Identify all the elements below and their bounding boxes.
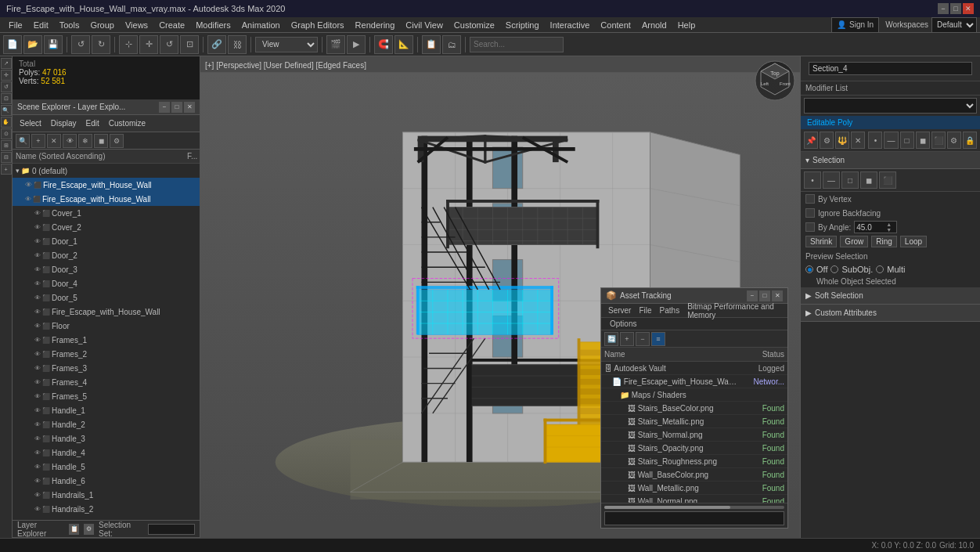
search-box[interactable] [470,37,564,52]
tree-item[interactable]: 👁⬛Floor [13,319,200,333]
tree-item-fire-escape-parent[interactable]: 👁 ⬛ Fire_Escape_with_House_Wall [13,178,200,192]
at-menu-bitmap[interactable]: Bitmap Performance and Memory [683,301,784,320]
menu-animation[interactable]: Animation [236,17,286,32]
mod-subobj-element[interactable]: ⬛ [931,132,946,149]
angle-input[interactable] [855,222,886,233]
at-row[interactable]: 🗄 Autodesk VaultLogged [601,362,787,375]
tree-item[interactable]: 👁⬛Door_1 [13,234,200,248]
toolbar-angle-snap[interactable]: 📐 [395,35,413,54]
preview-multi-radio[interactable] [876,265,884,273]
mod-make-unique[interactable]: 🔱 [835,132,849,149]
at-row[interactable]: 🖼 Stairs_Opacity.pngFound [601,442,787,455]
tree-item[interactable]: 👁⬛Door_5 [13,290,200,305]
by-vertex-checkbox[interactable] [805,194,815,204]
se-minimize[interactable]: − [159,102,170,113]
menu-help[interactable]: Help [672,17,701,32]
toolbar-scale[interactable]: ⊡ [180,35,199,54]
maximize-button[interactable]: □ [950,3,961,14]
mod-subobj-vertex[interactable]: • [868,132,882,149]
mod-locks[interactable]: 🔒 [963,132,977,149]
menu-file[interactable]: File [3,17,28,32]
se-close[interactable]: ✕ [184,102,195,113]
at-row[interactable]: 🖼 Stairs_Roughness.pngFound [601,455,787,468]
sel-element[interactable]: ⬛ [879,171,896,189]
at-search-input[interactable] [604,511,784,525]
at-row[interactable]: 🖼 Wall_Metallic.pngFound [601,482,787,495]
nav-cube[interactable]: Top Front Left [754,60,797,103]
grow-button[interactable]: Grow [840,236,868,247]
tree-item[interactable]: 👁⬛Door_2 [13,248,200,262]
toolbar-render[interactable]: 🎬 [326,35,345,54]
tree-item[interactable]: 👁⬛Frames_1 [13,333,200,347]
tree-item[interactable]: 👁⬛Handrails_2 [13,502,200,516]
sel-poly[interactable]: ◼ [860,171,877,189]
tree-item[interactable]: 👁⬛Fire_Escape_with_House_Wall [13,305,200,319]
tree-item[interactable]: 👁⬛Frames_2 [13,347,200,361]
menu-rendering[interactable]: Rendering [350,17,401,32]
angle-up[interactable]: ▲ [886,222,895,227]
toolbar-redo[interactable]: ↻ [92,35,110,54]
at-add[interactable]: + [620,332,634,346]
lt-maximize[interactable]: ⊟ [1,152,12,163]
at-row[interactable]: 🖼 Stairs_BaseColor.pngFound [601,402,787,415]
sel-edge[interactable]: — [823,171,840,189]
shrink-button[interactable]: Shrink [805,236,837,247]
at-row[interactable]: 🖼 Wall_BaseColor.pngFound [601,468,787,482]
tree-item-root[interactable]: ▾ 📁 0 (default) [13,164,200,178]
tree-item[interactable]: 👁⬛Fire_Escape_with_House_Wall [13,192,200,206]
mod-remove[interactable]: ✕ [851,132,865,149]
se-maximize[interactable]: □ [171,102,182,113]
lt-scale[interactable]: ⊡ [1,93,12,104]
toolbar-render-frame[interactable]: ▶ [347,35,366,54]
preview-off-radio[interactable] [805,265,813,273]
at-close[interactable]: ✕ [772,290,783,301]
tree-item[interactable]: 👁⬛Handrails_1 [13,488,200,502]
at-row[interactable]: 🖼 Stairs_Normal.pngFound [601,428,787,442]
tree-item[interactable]: 👁⬛Cover_2 [13,220,200,234]
toolbar-open[interactable]: 📂 [23,35,42,54]
se-delete[interactable]: ✕ [47,134,61,148]
tree-item[interactable]: 👁⬛Frames_4 [13,375,200,389]
menu-edit[interactable]: Edit [28,17,54,32]
mod-configure[interactable]: ⚙ [820,132,834,149]
se-filter[interactable]: 🔍 [16,134,30,148]
tree-item[interactable]: 👁⬛Handle_5 [13,460,200,474]
tree-item[interactable]: 👁⬛Door_4 [13,276,200,290]
loop-button[interactable]: Loop [900,236,927,247]
se-hide[interactable]: 👁 [63,134,77,148]
menu-interactive[interactable]: Interactive [545,17,596,32]
selection-set-input[interactable] [148,524,195,535]
mod-subobj-border[interactable]: □ [900,132,914,149]
se-select-all[interactable]: ◼ [94,134,108,148]
at-row[interactable]: 🖼 Wall_Normal.pngFound [601,495,787,503]
toolbar-snaps[interactable]: 🧲 [374,35,393,54]
at-maximize[interactable]: □ [759,290,770,301]
lt-create[interactable]: + [1,164,12,175]
toolbar-save[interactable]: 💾 [44,35,63,54]
custom-attributes-header[interactable]: ▶ Custom Attributes [801,305,980,322]
menu-graph-editors[interactable]: Graph Editors [286,17,350,32]
menu-tools[interactable]: Tools [54,17,85,32]
mod-subobj-edge[interactable]: — [884,132,898,149]
tree-item[interactable]: 👁⬛Frames_5 [13,389,200,403]
tree-item[interactable]: 👁⬛Cover_1 [13,206,200,220]
at-menu-options[interactable]: Options [606,319,640,329]
minimize-button[interactable]: − [938,3,949,14]
tree-item[interactable]: 👁⬛Frames_3 [13,361,200,375]
se-menu-customize[interactable]: Customize [105,118,150,128]
mod-subobj-poly[interactable]: ◼ [916,132,930,149]
menu-scripting[interactable]: Scripting [500,17,545,32]
ignore-backfacing-checkbox[interactable] [805,208,815,218]
object-name-input[interactable]: Section_4 [809,62,972,75]
reference-system-select[interactable]: View [255,37,318,52]
tree-item[interactable]: 👁⬛Handle_4 [13,446,200,460]
toolbar-move[interactable]: ✛ [139,35,158,54]
selection-section-header[interactable]: ▾ Selection [801,152,980,169]
mod-pin[interactable]: 📌 [804,132,818,149]
workspaces-select[interactable]: Default [931,17,977,33]
at-menu-file[interactable]: File [635,305,655,316]
tree-item[interactable]: 👁⬛Handle_3 [13,431,200,446]
toolbar-undo[interactable]: ↺ [71,35,90,54]
soft-selection-header[interactable]: ▶ Soft Selection [801,287,980,305]
at-refresh[interactable]: 🔄 [604,332,618,346]
